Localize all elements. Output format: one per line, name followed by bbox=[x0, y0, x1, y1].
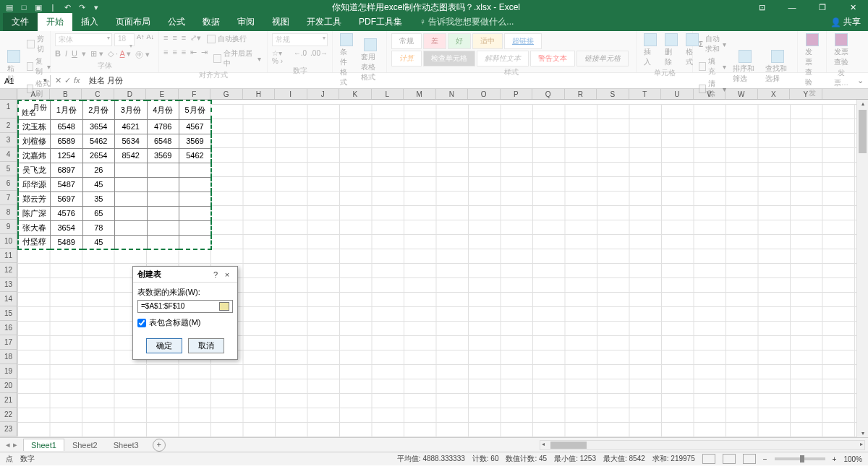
table-data-cell[interactable]: 3569 bbox=[147, 148, 179, 163]
cut-button[interactable]: 剪切 bbox=[25, 33, 52, 55]
table-data-cell[interactable]: 65 bbox=[82, 206, 115, 220]
grow-font-icon[interactable]: A↑ bbox=[137, 33, 145, 46]
table-data-cell[interactable]: 3654 bbox=[82, 119, 115, 134]
table-data-cell[interactable]: 4576 bbox=[51, 206, 83, 220]
row-header[interactable]: 16 bbox=[0, 321, 17, 335]
table-data-cell[interactable] bbox=[147, 192, 179, 206]
tell-me[interactable]: ♀ 告诉我您想要做什么... bbox=[411, 13, 522, 31]
align-right-icon[interactable]: ≡ bbox=[182, 48, 186, 69]
invoice1-button[interactable]: 发票查验 bbox=[802, 33, 822, 87]
row-header[interactable]: 11 bbox=[0, 249, 17, 263]
pinyin-button[interactable]: ㊥ ▾ bbox=[135, 49, 150, 60]
grid-body[interactable]: 月份姓名1月份2月份3月份4月份5月份沈玉栋654836544621478645… bbox=[17, 100, 856, 437]
table-data-cell[interactable]: 3654 bbox=[51, 220, 83, 235]
table-data-cell[interactable]: 45 bbox=[82, 177, 115, 192]
table-data-cell[interactable]: 8542 bbox=[115, 148, 148, 163]
view-break-button[interactable] bbox=[743, 454, 756, 464]
row-header[interactable]: 3 bbox=[0, 133, 17, 147]
style-bad[interactable]: 差 bbox=[423, 33, 446, 49]
row-header[interactable]: 17 bbox=[0, 335, 17, 350]
new-sheet-button[interactable]: + bbox=[153, 439, 166, 452]
undo-icon[interactable]: ↶ bbox=[62, 2, 72, 12]
tab-pdf[interactable]: PDF工具集 bbox=[350, 13, 411, 31]
qat-customize-icon[interactable]: ▾ bbox=[91, 2, 101, 12]
table-data-cell[interactable] bbox=[115, 206, 148, 220]
row-header[interactable]: 5 bbox=[0, 162, 17, 176]
table-data-cell[interactable] bbox=[115, 235, 148, 249]
table-data-cell[interactable] bbox=[115, 220, 148, 235]
save-icon[interactable]: ▤ bbox=[4, 2, 14, 12]
table-data-cell[interactable]: 5487 bbox=[51, 177, 83, 192]
table-data-cell[interactable]: 3569 bbox=[179, 134, 212, 148]
vertical-scrollbar[interactable] bbox=[856, 100, 868, 437]
dec-dec-icon[interactable]: .00→ bbox=[310, 49, 328, 65]
style-check[interactable]: 检查单元格 bbox=[423, 51, 475, 66]
invoice2-button[interactable]: 发票查验 bbox=[831, 33, 851, 67]
insert-cells-button[interactable]: 插入 bbox=[641, 33, 660, 67]
dialog-headers-checkbox[interactable]: 表包含标题(M) bbox=[137, 317, 233, 328]
row-header[interactable]: 22 bbox=[0, 408, 17, 422]
orient-icon[interactable]: ⤢▾ bbox=[190, 33, 201, 45]
sheet-nav-last-icon[interactable]: ▸ bbox=[13, 440, 17, 449]
font-name-combo[interactable]: 宋体 bbox=[55, 33, 112, 46]
table-header-cell[interactable]: 5月份 bbox=[179, 100, 212, 119]
column-header[interactable]: E bbox=[146, 89, 179, 99]
expand-fx-icon[interactable]: ⌄ bbox=[853, 76, 868, 85]
column-header[interactable]: G bbox=[210, 89, 243, 99]
tab-layout[interactable]: 页面布局 bbox=[107, 13, 159, 31]
tab-view[interactable]: 视图 bbox=[263, 13, 298, 31]
zoom-out-icon[interactable]: − bbox=[763, 455, 767, 463]
column-header[interactable]: H bbox=[243, 89, 276, 99]
horizontal-scrollbar[interactable] bbox=[540, 440, 865, 450]
minimize-icon[interactable]: — bbox=[781, 3, 803, 12]
table-data-cell[interactable]: 35 bbox=[82, 192, 115, 206]
row-header[interactable]: 4 bbox=[0, 147, 17, 162]
currency-icon[interactable]: ☆▾ % › bbox=[272, 49, 290, 65]
row-header[interactable]: 1 bbox=[0, 100, 17, 119]
table-data-cell[interactable] bbox=[179, 192, 212, 206]
style-neutral[interactable]: 适中 bbox=[472, 33, 503, 49]
style-good[interactable]: 好 bbox=[448, 33, 471, 49]
tab-data[interactable]: 数据 bbox=[194, 13, 229, 31]
table-data-cell[interactable] bbox=[179, 220, 212, 235]
find-select-button[interactable]: 查找和选择 bbox=[762, 50, 793, 84]
shrink-font-icon[interactable]: A↓ bbox=[146, 33, 154, 46]
table-data-cell[interactable] bbox=[147, 163, 179, 177]
table-name-cell[interactable]: 刘楦修 bbox=[18, 134, 51, 148]
range-picker-icon[interactable] bbox=[219, 302, 229, 311]
table-data-cell[interactable]: 4567 bbox=[179, 119, 212, 134]
table-data-cell[interactable] bbox=[147, 177, 179, 192]
dialog-ok-button[interactable]: 确定 bbox=[146, 338, 182, 353]
table-data-cell[interactable]: 1254 bbox=[51, 148, 83, 163]
style-link[interactable]: 超链接 bbox=[504, 33, 542, 49]
fx-icon[interactable]: fx bbox=[74, 76, 80, 85]
fill-button[interactable]: ◇ · A ▾ bbox=[108, 49, 131, 60]
indent-dec-icon[interactable]: ⇤ bbox=[190, 48, 197, 69]
table-name-cell[interactable]: 郑云芳 bbox=[18, 192, 51, 206]
table-data-cell[interactable]: 26 bbox=[82, 163, 115, 177]
table-data-cell[interactable] bbox=[147, 220, 179, 235]
dialog-close-icon[interactable]: × bbox=[221, 270, 233, 279]
table-data-cell[interactable] bbox=[147, 206, 179, 220]
table-header-cell[interactable]: 4月份 bbox=[147, 100, 179, 119]
align-left-icon[interactable]: ≡ bbox=[163, 48, 168, 69]
zoom-level[interactable]: 100% bbox=[843, 455, 862, 463]
table-header-cell[interactable]: 3月份 bbox=[115, 100, 148, 119]
table-data-cell[interactable]: 4786 bbox=[147, 119, 179, 134]
table-data-cell[interactable] bbox=[115, 192, 148, 206]
view-layout-button[interactable] bbox=[723, 454, 736, 464]
sheet-tab-2[interactable]: Sheet2 bbox=[64, 439, 106, 451]
table-data-cell[interactable]: 78 bbox=[82, 220, 115, 235]
table-data-cell[interactable] bbox=[179, 206, 212, 220]
zoom-slider[interactable] bbox=[775, 457, 825, 460]
name-box[interactable]: A1 bbox=[0, 75, 51, 87]
table-name-cell[interactable]: 付坚椁 bbox=[18, 235, 51, 249]
table-data-cell[interactable]: 5489 bbox=[51, 235, 83, 249]
accept-fx-icon[interactable]: ✓ bbox=[64, 76, 71, 85]
row-header[interactable]: 7 bbox=[0, 191, 17, 205]
table-format-button[interactable]: 套用表格格式 bbox=[358, 38, 382, 82]
bold-button[interactable]: B bbox=[55, 49, 61, 60]
ribbon-display-icon[interactable]: ⊡ bbox=[751, 3, 773, 12]
table-data-cell[interactable] bbox=[179, 177, 212, 192]
italic-button[interactable]: I bbox=[65, 49, 67, 60]
